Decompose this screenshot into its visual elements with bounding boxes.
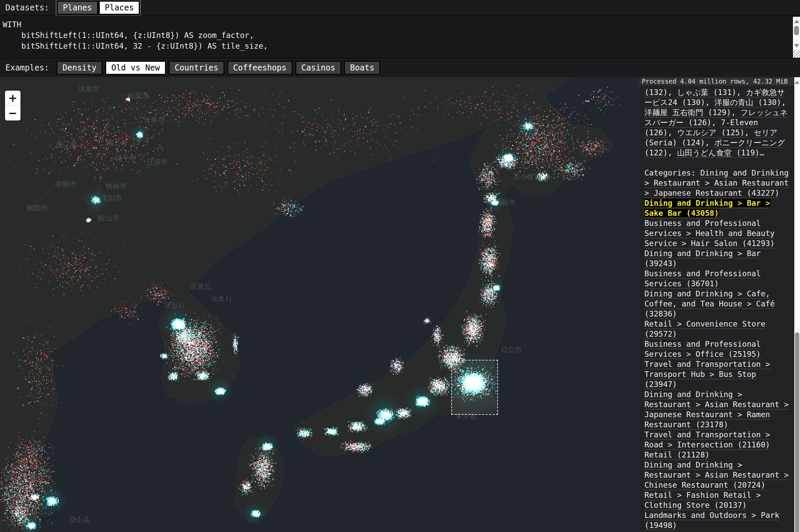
categories-list: Categories: Dining and Drinking > Restau… (644, 168, 790, 530)
example-button-coffeeshops[interactable]: Coffeeshops (227, 61, 293, 75)
sidebar-scroll-up-icon[interactable] (795, 80, 799, 84)
map-zoom-control: + − (5, 91, 20, 120)
example-button-boats[interactable]: Boats (344, 61, 380, 75)
categories-label: Categories: (644, 169, 700, 177)
example-button-old-vs-new[interactable]: Old vs New (105, 61, 166, 75)
zoom-in-button[interactable]: + (5, 91, 20, 106)
top-brands-list: (132), しゃぶ葉 (131), カギ救急サービス24 (130), 洋服の… (644, 87, 790, 158)
main-area: + − Processed 4.04 million rows, 42.32 M… (0, 77, 800, 532)
example-button-countries[interactable]: Countries (169, 61, 224, 75)
example-button-density[interactable]: Density (56, 61, 103, 75)
result-link[interactable]: Business and Professional Services > Off… (644, 340, 761, 359)
datasets-buttons: PlanesPlaces (56, 0, 140, 15)
result-link[interactable]: Retail (21128) (644, 451, 710, 459)
result-link[interactable]: Retail > Fashion Retail > Clothing Store… (644, 491, 761, 510)
example-button-casinos[interactable]: Casinos (295, 61, 341, 75)
status-bar: Processed 4.04 million rows, 42.32 MiB (639, 77, 794, 86)
zoom-out-button[interactable]: − (5, 106, 20, 120)
app-root: Datasets: PlanesPlaces WITH bitShiftLeft… (0, 0, 800, 532)
datasets-bar: Datasets: PlanesPlaces (0, 0, 800, 16)
sidebar-scrollbar-thumb[interactable] (795, 332, 799, 532)
examples-label: Examples: (0, 63, 49, 73)
result-link[interactable]: Travel and Transportation > Transport Hu… (644, 360, 770, 389)
scroll-up-icon[interactable] (794, 19, 799, 23)
map-selection-rectangle[interactable] (451, 360, 498, 415)
sidebar-scrollbar[interactable] (794, 77, 800, 532)
resize-grip-icon[interactable] (793, 50, 800, 58)
examples-buttons: DensityOld vs NewCountriesCoffeeshopsCas… (56, 61, 380, 75)
result-link[interactable]: ウエルシア (125) (677, 128, 745, 137)
dataset-button-planes[interactable]: Planes (56, 0, 98, 15)
result-link[interactable]: Retail > Convenience Store (29572) (644, 320, 765, 338)
sql-editor[interactable]: WITH bitShiftLeft(1::UInt64, {z:UInt8}) … (0, 16, 800, 58)
category-link-highlighted[interactable]: Dining and Drinking > Bar > Sake Bar (43… (644, 199, 770, 217)
result-link[interactable]: Dining and Drinking > Cafe, Coffee, and … (644, 289, 775, 318)
result-link[interactable]: Dining and Drinking > Bar (39243) (644, 249, 761, 268)
datasets-label: Datasets: (0, 3, 49, 13)
result-link[interactable]: 洋服の青山 (130) (715, 98, 782, 107)
map[interactable]: + − (0, 77, 639, 532)
result-link[interactable]: Travel and Transportation > Road > Inter… (644, 430, 770, 449)
sql-code[interactable]: WITH bitShiftLeft(1::UInt64, {z:UInt8}) … (0, 16, 800, 51)
results-text: (132), しゃぶ葉 (131), カギ救急サービス24 (130), 洋服の… (639, 86, 794, 530)
editor-scrollbar[interactable] (793, 17, 800, 50)
result-link[interactable]: Business and Professional Services > Hea… (644, 219, 775, 248)
result-link[interactable]: Dining and Drinking > Restaurant > Asian… (644, 460, 788, 489)
result-link[interactable]: 洋麺屋 五右衛門 (129) (644, 108, 731, 117)
result-link[interactable]: Dining and Drinking > Restaurant > Asian… (644, 390, 788, 429)
result-link[interactable]: Business and Professional Services (3670… (644, 269, 761, 288)
result-link[interactable]: Landmarks and Outdoors > Park (19498) (644, 511, 780, 530)
result-link[interactable]: 山田うどん食堂 (119) (677, 148, 760, 157)
results-sidebar: Processed 4.04 million rows, 42.32 MiB (… (639, 77, 794, 532)
result-link[interactable]: (132) (644, 88, 668, 97)
examples-bar: Examples: DensityOld vs NewCountriesCoff… (0, 58, 800, 77)
scroll-down-icon[interactable] (794, 44, 799, 48)
dataset-button-places[interactable]: Places (98, 0, 141, 15)
result-link[interactable]: しゃぶ葉 (131) (677, 88, 737, 97)
map-canvas[interactable] (0, 77, 639, 532)
editor-scrollbar-thumb[interactable] (794, 26, 799, 35)
